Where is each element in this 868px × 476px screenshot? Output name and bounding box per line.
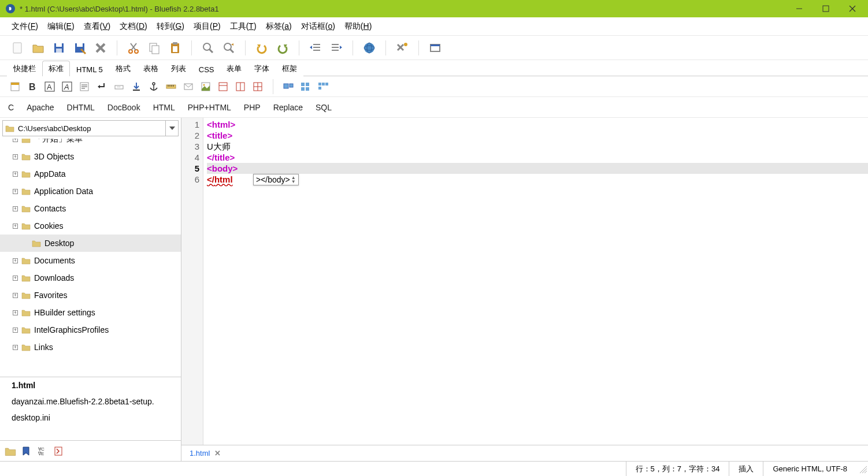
path-dropdown-button[interactable] bbox=[165, 121, 178, 136]
image1-icon[interactable] bbox=[199, 80, 213, 94]
category-tab[interactable]: HTML 5 bbox=[70, 62, 109, 76]
autocomplete-popup[interactable]: ></body> ▲▼ bbox=[253, 174, 299, 185]
minimize-button[interactable] bbox=[786, 0, 813, 17]
close-tab-icon[interactable]: ✕ bbox=[214, 449, 221, 458]
menu-item[interactable]: 帮助(H) bbox=[341, 19, 375, 34]
thumbnail-icon[interactable] bbox=[281, 80, 295, 94]
maximize-button[interactable] bbox=[813, 0, 839, 17]
c1-icon[interactable] bbox=[216, 80, 230, 94]
lang-item[interactable]: DocBook bbox=[107, 103, 140, 112]
menu-item[interactable]: 编辑(E) bbox=[44, 19, 78, 34]
find-replace-button[interactable] bbox=[220, 39, 238, 57]
close-button[interactable] bbox=[839, 0, 866, 17]
tree-folder[interactable]: +Downloads bbox=[0, 269, 181, 287]
category-tab[interactable]: CSS bbox=[192, 62, 221, 76]
copy-button[interactable] bbox=[145, 39, 164, 57]
menu-item[interactable]: 文档(D) bbox=[116, 19, 150, 34]
img-grid-icon[interactable] bbox=[316, 80, 330, 94]
code-line[interactable]: </title> bbox=[207, 152, 868, 163]
autocomplete-spinner[interactable]: ▲▼ bbox=[291, 176, 296, 184]
redo-button[interactable] bbox=[273, 39, 292, 57]
bookmarks-icon[interactable] bbox=[20, 444, 34, 458]
tree-folder[interactable]: +Documents bbox=[0, 252, 181, 269]
tree-folder[interactable]: +Links bbox=[0, 339, 181, 356]
text-a2-icon[interactable]: A bbox=[60, 80, 74, 94]
resize-grip[interactable] bbox=[856, 464, 868, 474]
charmap-icon[interactable]: ∀C∇E bbox=[36, 444, 50, 458]
fullscreen-button[interactable] bbox=[426, 39, 444, 57]
lang-item[interactable]: SQL bbox=[316, 103, 332, 112]
lang-item[interactable]: PHP+HTML bbox=[188, 103, 231, 112]
cut-button[interactable] bbox=[124, 39, 143, 57]
tree-folder[interactable]: +Application Data bbox=[0, 183, 181, 200]
menu-item[interactable]: 转到(G) bbox=[153, 19, 188, 34]
close-button[interactable] bbox=[91, 39, 110, 57]
paragraph-icon[interactable] bbox=[77, 80, 91, 94]
lang-item[interactable]: Apache bbox=[27, 103, 54, 112]
document-tab[interactable]: 1.html ✕ bbox=[186, 447, 224, 459]
code-line[interactable]: <html> bbox=[207, 119, 868, 130]
menu-item[interactable]: 标签(a) bbox=[262, 19, 295, 34]
multi-thumb-icon[interactable] bbox=[299, 80, 313, 94]
web-button[interactable] bbox=[360, 39, 379, 57]
indent-button[interactable] bbox=[327, 39, 346, 57]
insert-mode[interactable]: 插入 bbox=[729, 462, 763, 476]
lang-item[interactable]: PHP bbox=[244, 103, 261, 112]
category-tab[interactable]: 表格 bbox=[137, 61, 165, 76]
menu-item[interactable]: 对话框(o) bbox=[298, 19, 339, 34]
category-tab[interactable]: 快捷栏 bbox=[7, 61, 42, 76]
file-item[interactable]: 1.html bbox=[0, 377, 181, 393]
menu-item[interactable]: 文件(F) bbox=[8, 19, 42, 34]
category-tab[interactable]: 字体 bbox=[248, 61, 276, 76]
category-tab[interactable]: 格式 bbox=[109, 61, 137, 76]
tree-folder[interactable]: +AppData bbox=[0, 165, 181, 183]
folder-tree[interactable]: +「开始」菜单+3D Objects+AppData+Application D… bbox=[0, 139, 181, 377]
menu-item[interactable]: 项目(P) bbox=[190, 19, 224, 34]
snippets-icon[interactable] bbox=[52, 444, 66, 458]
code-line[interactable]: </html bbox=[207, 174, 868, 185]
menu-item[interactable]: 工具(T) bbox=[227, 19, 260, 34]
lang-item[interactable]: HTML bbox=[153, 103, 175, 112]
text-a-icon[interactable]: A bbox=[43, 80, 57, 94]
unindent-button[interactable] bbox=[306, 39, 325, 57]
c3-icon[interactable] bbox=[251, 80, 265, 94]
encoding[interactable]: Generic HTML, UTF-8 bbox=[763, 462, 856, 476]
filebrowser-icon[interactable] bbox=[3, 444, 17, 458]
path-selector[interactable]: C:\Users\abc\Desktop bbox=[2, 120, 179, 136]
lang-item[interactable]: Replace bbox=[273, 103, 303, 112]
category-tab[interactable]: 表单 bbox=[220, 61, 248, 76]
category-tab[interactable]: 标准 bbox=[42, 61, 70, 76]
body-icon[interactable] bbox=[8, 80, 22, 94]
tree-folder[interactable]: +Contacts bbox=[0, 200, 181, 217]
download-icon[interactable] bbox=[129, 80, 143, 94]
file-item[interactable]: desktop.ini bbox=[0, 410, 181, 426]
menu-item[interactable]: 查看(V) bbox=[80, 19, 114, 34]
code-line[interactable]: <body> bbox=[207, 163, 868, 174]
lang-item[interactable]: DHTML bbox=[67, 103, 95, 112]
file-item[interactable]: dayanzai.me.Bluefish-2.2.8beta1-setup. bbox=[0, 393, 181, 410]
preferences-button[interactable] bbox=[393, 39, 411, 57]
category-tab[interactable]: 框架 bbox=[276, 61, 303, 76]
code-editor[interactable]: <html><title>U大师</title><body></html ></… bbox=[203, 118, 868, 445]
tree-folder[interactable]: +IntelGraphicsProfiles bbox=[0, 321, 181, 339]
new-button[interactable] bbox=[8, 39, 27, 57]
code-line[interactable]: U大师 bbox=[207, 141, 868, 152]
category-tab[interactable]: 列表 bbox=[165, 61, 192, 76]
tree-folder[interactable]: +Favorites bbox=[0, 287, 181, 304]
tree-folder[interactable]: +「开始」菜单 bbox=[0, 139, 181, 148]
c2-icon[interactable] bbox=[233, 80, 247, 94]
paste-button[interactable] bbox=[166, 39, 184, 57]
tree-folder[interactable]: +3D Objects bbox=[0, 148, 181, 165]
anchor-icon[interactable] bbox=[147, 80, 161, 94]
find-button[interactable] bbox=[199, 39, 217, 57]
save-as-button[interactable] bbox=[71, 39, 89, 57]
tree-folder[interactable]: Desktop bbox=[0, 235, 181, 252]
tree-folder[interactable]: +HBuilder settings bbox=[0, 304, 181, 321]
break-icon[interactable] bbox=[95, 80, 109, 94]
lang-item[interactable]: C bbox=[8, 103, 14, 112]
code-line[interactable]: <title> bbox=[207, 130, 868, 141]
email-icon[interactable] bbox=[181, 80, 195, 94]
ruler-icon[interactable] bbox=[164, 80, 178, 94]
bold-icon[interactable]: B bbox=[25, 80, 39, 94]
file-list[interactable]: 1.htmldayanzai.me.Bluefish-2.2.8beta1-se… bbox=[0, 377, 181, 440]
